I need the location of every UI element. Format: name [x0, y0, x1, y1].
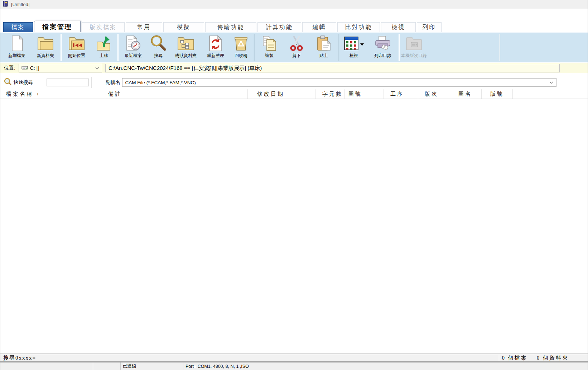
toolbar-group-clipboard: 複製 剪下 貼上 — [255, 33, 338, 62]
cut-button[interactable]: 剪下 — [283, 33, 310, 61]
column-header-version-no[interactable]: 版號 — [482, 89, 513, 99]
spacer — [0, 73, 588, 76]
refresh-button[interactable]: 重新整理 — [202, 33, 229, 61]
view-button[interactable]: 檢視 — [340, 33, 368, 61]
port-status: Port= COM1, 4800, 8, N, 1 ,ISO — [183, 362, 588, 370]
start-location-label: 開始位置 — [68, 53, 85, 59]
toolbar-group-view-print: 檢視 列印目錄 — [339, 33, 399, 62]
result-bar: 搜尋0xxxx= 0 個檔案 0 個資料夾 — [0, 354, 588, 362]
tab-edit[interactable]: 編輯 — [302, 22, 336, 32]
view-label: 檢視 — [350, 53, 358, 59]
tree-folder-icon — [177, 34, 195, 52]
search-label: 搜尋 — [154, 53, 163, 59]
search-status-text: 搜尋0xxxx= — [3, 355, 499, 361]
status-segment-empty — [0, 362, 93, 370]
chevron-down-icon — [95, 67, 99, 70]
recycle-bin-button[interactable]: 回收桶 — [229, 33, 253, 61]
tab-compare-functions[interactable]: 比對功能 — [337, 22, 380, 32]
extension-filter-select[interactable]: CAM File (*.FCAM;*.FAM;*.VNC) — [122, 78, 557, 87]
drive-icon — [21, 65, 28, 71]
recent-files-icon — [125, 34, 141, 52]
toolbar-empty-area — [500, 33, 588, 62]
tree-folder-button[interactable]: 樹狀資料夾 — [169, 33, 202, 61]
titlebar: [Untitled] — [0, 0, 588, 9]
move-up-icon — [96, 34, 112, 52]
column-header-revision[interactable]: 版次 — [418, 89, 451, 99]
tab-file-management[interactable]: 檔案管理 — [34, 21, 81, 32]
tab-print[interactable]: 列印 — [417, 22, 442, 32]
start-location-button[interactable]: 開始位置 — [62, 33, 91, 61]
app-window: [Untitled] 檔案 檔案管理 版次檔案 常用 模擬 傳輸功能 計算功能 … — [0, 0, 588, 370]
refresh-icon — [208, 34, 223, 52]
toolbar-group-new: 新增檔案 新資料夾 — [2, 33, 61, 62]
filter-bar: 快速搜尋 副檔名 CAM File (*.FCAM;*.FAM;*.VNC) — [0, 76, 588, 89]
move-up-label: 上移 — [100, 53, 108, 59]
copy-button[interactable]: 複製 — [256, 33, 283, 61]
column-header-filler — [513, 89, 588, 99]
status-bar: 已連線 Port= COM1, 4800, 8, N, 1 ,ISO — [0, 362, 588, 370]
ribbon-tab-bar: 檔案 檔案管理 版次檔案 常用 模擬 傳輸功能 計算功能 編輯 比對功能 檢視 … — [0, 9, 588, 32]
tab-common[interactable]: 常用 — [126, 22, 162, 32]
local-version-folder-icon — [405, 34, 423, 52]
column-header-note[interactable]: 備註 — [105, 89, 248, 99]
connection-status-text: 已連線 — [123, 363, 136, 369]
tab-calc-functions[interactable]: 計算功能 — [257, 22, 301, 32]
toolbar-group-navigate: 開始位置 上移 — [62, 33, 117, 62]
connection-status: 已連線 — [120, 362, 183, 370]
print-directory-label: 列印目錄 — [374, 53, 391, 59]
port-status-text: Port= COM1, 4800, 8, N, 1 ,ISO — [185, 364, 249, 369]
filter-separator — [91, 77, 92, 88]
column-header-filename[interactable]: 檔案名稱 + — [0, 89, 105, 99]
file-count: 0 個檔案 — [502, 355, 527, 361]
result-separator — [499, 355, 499, 361]
drive-select[interactable]: C: [] — [19, 64, 102, 72]
tab-simulation[interactable]: 模擬 — [163, 22, 204, 32]
new-file-icon — [10, 34, 24, 52]
column-header-drawing-no[interactable]: 圖號 — [345, 89, 384, 99]
recent-files-label: 最近檔案 — [125, 53, 142, 59]
toolbar: 新增檔案 新資料夾 開始位置 上移 — [0, 32, 588, 62]
status-segment-empty — [93, 362, 120, 370]
location-bar: 位置: C: [] C:\An.CNC-Tw\CNC2024\F168 == [… — [0, 62, 588, 73]
tab-view[interactable]: 檢視 — [381, 22, 416, 32]
new-folder-icon — [37, 34, 54, 52]
drive-value: C: [] — [30, 65, 39, 71]
toolbar-empty-area — [428, 33, 499, 62]
cut-label: 剪下 — [292, 53, 301, 59]
location-label: 位置: — [4, 65, 15, 71]
recent-files-button[interactable]: 最近檔案 — [119, 33, 147, 61]
quick-search-input[interactable] — [47, 79, 89, 86]
view-grid-icon — [344, 34, 359, 52]
column-header-char-count[interactable]: 字元數 — [315, 89, 345, 99]
paste-button[interactable]: 貼上 — [310, 33, 337, 61]
cut-icon — [289, 34, 304, 52]
toolbar-group-local-version: 本機版次目錄 — [400, 33, 428, 62]
paste-label: 貼上 — [319, 53, 328, 59]
view-dropdown-arrow[interactable] — [360, 43, 364, 46]
file-list[interactable] — [0, 99, 588, 354]
print-directory-button[interactable]: 列印目錄 — [368, 33, 398, 61]
copy-label: 複製 — [265, 53, 274, 59]
window-title: [Untitled] — [11, 2, 29, 7]
quick-search-icon — [4, 78, 12, 87]
file-table-header: 檔案名稱 + 備註 修改日期 字元數 圖號 工序 版次 圖名 版號 — [0, 89, 588, 99]
tab-file[interactable]: 檔案 — [3, 22, 33, 32]
extension-label: 副檔名 — [106, 79, 120, 86]
quick-search-label: 快速搜尋 — [14, 79, 33, 86]
column-header-drawing-name[interactable]: 圖名 — [451, 89, 482, 99]
new-file-button[interactable]: 新增檔案 — [3, 33, 31, 61]
new-folder-label: 新資料夾 — [37, 53, 54, 59]
search-button[interactable]: 搜尋 — [147, 33, 169, 61]
paste-icon — [316, 34, 332, 52]
new-file-label: 新增檔案 — [8, 53, 25, 59]
column-header-modified-date[interactable]: 修改日期 — [248, 89, 315, 99]
tab-transfer-functions[interactable]: 傳輸功能 — [205, 22, 256, 32]
copy-icon — [261, 34, 278, 52]
column-header-process[interactable]: 工序 — [384, 89, 418, 99]
new-folder-button[interactable]: 新資料夾 — [31, 33, 60, 61]
tab-version-files[interactable]: 版次檔案 — [82, 22, 125, 32]
local-version-directory-button: 本機版次目錄 — [400, 33, 428, 61]
folder-count: 0 個資料夾 — [537, 355, 569, 361]
current-path-field[interactable]: C:\An.CNC-Tw\CNC2024\F168 == [仁安資訊][專業版展… — [105, 64, 560, 72]
move-up-button[interactable]: 上移 — [91, 33, 117, 61]
